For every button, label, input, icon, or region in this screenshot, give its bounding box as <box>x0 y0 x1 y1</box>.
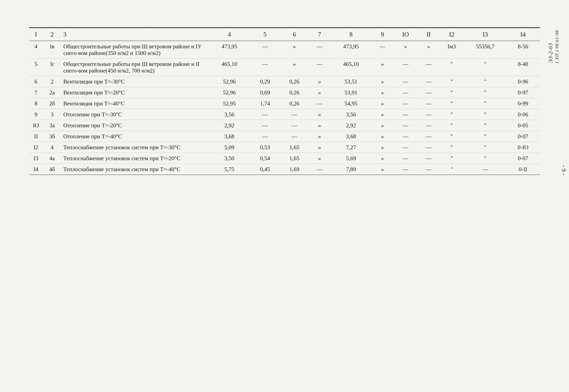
cell-1-12: Iм3 <box>439 41 464 58</box>
cell-6-7: » <box>309 109 330 120</box>
cell-7-5: — <box>250 120 280 131</box>
cell-9-10: — <box>393 142 418 153</box>
table-body: 4IвОбщестроительные работы при Ш ветрово… <box>29 41 540 175</box>
cell-10-5: 0,54 <box>250 153 280 164</box>
cell-7-9: » <box>372 120 393 131</box>
cell-7-6: — <box>280 120 309 131</box>
cell-6-1: 9 <box>29 109 43 120</box>
cell-3-14: 0-96 <box>506 76 540 87</box>
table-row: 72аВентиляция при Т=-20°С52,960,690,26»5… <box>29 87 540 98</box>
cell-6-13: " <box>464 109 506 120</box>
cell-10-9: » <box>372 153 393 164</box>
cell-1-9: — <box>372 41 393 58</box>
cell-6-2: 3 <box>43 109 62 120</box>
cell-4-8: 53,91 <box>330 87 372 98</box>
cell-11-12: " <box>439 164 464 175</box>
cell-2-5: — <box>250 58 280 76</box>
cell-7-4: 2,92 <box>208 120 250 131</box>
header-col10: IO <box>393 28 418 41</box>
cell-5-2: 2б <box>43 98 62 109</box>
cell-2-12: " <box>439 58 464 76</box>
cell-4-12: " <box>439 87 464 98</box>
cell-7-10: — <box>393 120 418 131</box>
cell-1-10: » <box>393 41 418 58</box>
cell-1-6: » <box>280 41 309 58</box>
cell-2-8: 465,10 <box>330 58 372 76</box>
cell-3-11: — <box>418 76 439 87</box>
cell-1-11: » <box>418 41 439 58</box>
cell-4-11: — <box>418 87 439 98</box>
cell-3-13: " <box>464 76 506 87</box>
cell-2-9: » <box>372 58 393 76</box>
cell-9-4: 5,09 <box>208 142 250 153</box>
cell-5-13: " <box>464 98 506 109</box>
cell-9-3: Теплоснабжение установок систем при Т=-3… <box>62 142 208 153</box>
cell-1-7: — <box>309 41 330 58</box>
header-col6: 6 <box>280 28 309 41</box>
cell-8-4: 3,68 <box>208 131 250 142</box>
cell-11-3: Теплоснабжение установок систем при Т=-4… <box>62 164 208 175</box>
cell-4-10: — <box>393 87 418 98</box>
cell-8-13: " <box>464 131 506 142</box>
table-row: 4IвОбщестроительные работы при Ш ветрово… <box>29 41 540 58</box>
cell-3-3: Вентиляция при Т=-30°С <box>62 76 208 87</box>
cell-6-8: 3,56 <box>330 109 372 120</box>
side-marker: - 9 - <box>560 165 568 175</box>
cell-9-7: » <box>309 142 330 153</box>
cell-10-7: » <box>309 153 330 164</box>
cell-2-3: Общестроительные работы при Ш ветровом р… <box>62 58 208 76</box>
cell-1-3: Общестроительные работы при Ш ветровом р… <box>62 41 208 58</box>
cell-3-8: 53,51 <box>330 76 372 87</box>
cell-4-9: » <box>372 87 393 98</box>
cell-11-14: 0-II <box>506 164 540 175</box>
cell-2-6: » <box>280 58 309 76</box>
cell-6-12: " <box>439 109 464 120</box>
cell-6-4: 3,56 <box>208 109 250 120</box>
cell-9-2: 4 <box>43 142 62 153</box>
cell-8-6: — <box>280 131 309 142</box>
cell-10-6: 1,65 <box>280 153 309 164</box>
cell-1-8: 473,95 <box>330 41 372 58</box>
cell-9-14: 0-IO <box>506 142 540 153</box>
cell-8-3: Отопление при Т=-40°С <box>62 131 208 142</box>
header-col3: 3 <box>62 28 208 41</box>
cell-2-2: Ir <box>43 58 62 76</box>
cell-4-4: 52,96 <box>208 87 250 98</box>
cell-10-14: 0-07 <box>506 153 540 164</box>
cell-11-8: 7,89 <box>330 164 372 175</box>
cell-11-11: — <box>418 164 439 175</box>
cell-3-12: " <box>439 76 464 87</box>
cell-10-1: I3 <box>29 153 43 164</box>
cell-4-7: » <box>309 87 330 98</box>
cell-7-3: Отопление при Т=-20°С <box>62 120 208 131</box>
cell-1-1: 4 <box>29 41 43 58</box>
cell-5-5: 1,74 <box>250 98 280 109</box>
cell-5-8: 54,95 <box>330 98 372 109</box>
cell-2-13: " <box>464 58 506 76</box>
cell-9-9: » <box>372 142 393 153</box>
cell-6-9: » <box>372 109 393 120</box>
header-col5: 5 <box>250 28 280 41</box>
cell-3-4: 52,96 <box>208 76 250 87</box>
cell-1-13: 55356,7 <box>464 41 506 58</box>
cell-10-4: 3,50 <box>208 153 250 164</box>
cell-8-1: II <box>29 131 43 142</box>
cell-6-6: — <box>280 109 309 120</box>
cell-4-5: 0,69 <box>250 87 280 98</box>
cell-9-8: 7,27 <box>330 142 372 153</box>
cell-3-9: » <box>372 76 393 87</box>
cell-5-10: — <box>393 98 418 109</box>
page-container: I 2 3 4 5 6 7 8 9 IO II I2 I3 I4 4IвОбще… <box>29 0 540 175</box>
cell-2-11: — <box>418 58 439 76</box>
cell-7-2: 3а <box>43 120 62 131</box>
cell-4-13: " <box>464 87 506 98</box>
cell-9-12: " <box>439 142 464 153</box>
cell-4-14: 0-97 <box>506 87 540 98</box>
cell-7-8: 2,92 <box>330 120 372 131</box>
cell-3-6: 0,26 <box>280 76 309 87</box>
cell-5-3: Вентиляция при Т=-40°С <box>62 98 208 109</box>
cell-11-13: — <box>464 164 506 175</box>
cell-5-4: 52,95 <box>208 98 250 109</box>
cell-7-7: » <box>309 120 330 131</box>
cell-7-13: " <box>464 120 506 131</box>
